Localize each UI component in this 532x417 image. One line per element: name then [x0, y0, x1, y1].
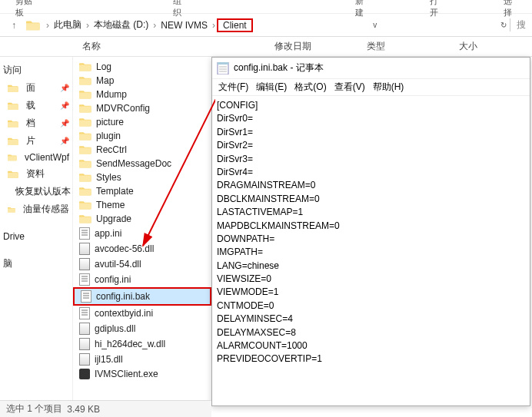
menu-item[interactable]: 编辑(E): [256, 81, 287, 94]
menu-item[interactable]: 格式(O): [294, 81, 326, 94]
refresh-icon[interactable]: ↻: [500, 21, 507, 29]
file-item[interactable]: Log: [73, 60, 211, 74]
nav-up-button[interactable]: ↑: [6, 18, 22, 33]
col-type[interactable]: 类型: [367, 40, 459, 53]
file-item[interactable]: config.ini: [73, 272, 211, 287]
file-item[interactable]: Map: [73, 74, 211, 88]
file-item[interactable]: ijl15.dll: [73, 352, 211, 367]
sidebar-item[interactable]: 资料: [0, 165, 72, 183]
file-name: picture: [96, 117, 124, 127]
notepad-titlebar[interactable]: config.ini.bak - 记事本: [212, 58, 530, 79]
folder-icon: [79, 61, 91, 72]
file-name: Theme: [96, 200, 125, 210]
file-item[interactable]: Upgrade: [73, 212, 211, 226]
file-name: hi_h264dec_w.dll: [95, 339, 165, 349]
text-line: [CONFIG]: [217, 99, 525, 112]
crumb-disk[interactable]: 本地磁盘 (D:): [91, 18, 151, 31]
sidebar-item[interactable]: 片📌: [0, 132, 72, 150]
text-line: IMGPATH=: [217, 246, 525, 259]
dll-file-icon: [79, 338, 90, 350]
file-item[interactable]: hi_h264dec_w.dll: [73, 336, 211, 352]
file-item[interactable]: avcodec-56.dll: [73, 241, 211, 256]
menu-item[interactable]: 文件(F): [218, 81, 248, 94]
file-item[interactable]: IVMSClient.exe: [73, 367, 211, 381]
sidebar-item[interactable]: 档📌: [0, 114, 72, 132]
pin-icon: 📌: [60, 101, 69, 110]
file-name: MDVRConfig: [96, 103, 150, 114]
exe-file-icon: [79, 369, 90, 379]
file-name: avcodec-56.dll: [95, 243, 154, 254]
text-line: LASTACTIVEMAP=1: [217, 206, 525, 219]
folder-icon: [26, 19, 40, 31]
file-item[interactable]: app.ini: [73, 226, 211, 241]
sidebar-drive[interactable]: Drive: [0, 229, 72, 244]
chevron-right-icon: ›: [45, 20, 51, 31]
ribbon-labels: 剪贴板 组织 新建 打开 选择: [0, 0, 532, 14]
sidebar-item[interactable]: vClientWpf: [0, 150, 72, 165]
folder-icon: [79, 213, 91, 224]
file-name: gdiplus.dll: [95, 323, 135, 334]
text-line: DirSvr0=: [217, 112, 525, 125]
ini-file-icon: [79, 227, 90, 240]
text-line: VIEWMODE=1: [217, 286, 525, 299]
file-item[interactable]: Styles: [73, 170, 211, 184]
file-item[interactable]: picture: [73, 115, 211, 129]
col-name[interactable]: 名称: [76, 40, 274, 53]
file-item[interactable]: plugin: [73, 129, 211, 143]
crumb-client[interactable]: Client: [217, 18, 253, 32]
sidebar-item[interactable]: 面📌: [0, 79, 72, 97]
text-line: DRAGMAINSTREAM=0: [217, 179, 525, 192]
file-item[interactable]: RecCtrl: [73, 143, 211, 157]
file-name: Mdump: [96, 89, 127, 100]
file-item[interactable]: Template: [73, 184, 211, 198]
text-line: DELAYMAXSEC=8: [217, 326, 525, 339]
search-input[interactable]: 搜: [510, 18, 526, 31]
folder-icon: [79, 144, 91, 155]
menu-item[interactable]: 查看(V): [334, 81, 365, 94]
file-item[interactable]: gdiplus.dll: [73, 321, 211, 336]
text-line: ALARMCOUNT=1000: [217, 339, 525, 352]
col-size[interactable]: 大小: [459, 40, 532, 53]
file-item[interactable]: Mdump: [73, 88, 211, 101]
pin-icon: 📌: [60, 84, 69, 92]
crumb-pc[interactable]: 此电脑: [51, 18, 85, 31]
pin-icon: 📌: [60, 137, 69, 145]
chevron-right-icon: ›: [211, 20, 217, 31]
file-item[interactable]: SendMessageDoc: [73, 157, 211, 170]
crumb-ivms[interactable]: NEW IVMS: [158, 20, 211, 31]
dropdown-icon[interactable]: v: [373, 21, 377, 29]
sidebar-item[interactable]: 访问: [0, 61, 72, 79]
folder-icon: [79, 158, 91, 169]
menu-item[interactable]: 帮助(H): [373, 81, 404, 94]
notepad-window[interactable]: config.ini.bak - 记事本 文件(F)编辑(E)格式(O)查看(V…: [211, 57, 530, 406]
text-line: DOWNPATH=: [217, 233, 525, 246]
dll-file-icon: [79, 323, 90, 335]
notepad-content[interactable]: [CONFIG]DirSvr0=DirSvr1=DirSvr2=DirSvr3=…: [212, 96, 530, 369]
ribbon-organize: 组织: [173, 0, 186, 18]
folder-icon: [79, 103, 91, 114]
file-item[interactable]: contextbyid.ini: [73, 306, 211, 321]
file-item[interactable]: Theme: [73, 198, 211, 212]
text-line: PREVIDEOCOVERTIP=1: [217, 352, 525, 366]
file-name: ijl15.dll: [95, 354, 123, 365]
ribbon-new: 新建: [355, 0, 368, 18]
columns-header: 名称 修改日期 类型 大小: [0, 37, 532, 57]
file-item[interactable]: MDVRConfig: [73, 101, 211, 115]
sidebar-item[interactable]: 油量传感器: [0, 200, 72, 218]
file-name: IVMSClient.exe: [95, 369, 158, 379]
folder-icon: [79, 89, 91, 100]
folder-icon: [79, 200, 91, 210]
ini-file-icon: [79, 273, 90, 286]
col-date[interactable]: 修改日期: [274, 40, 367, 53]
file-item[interactable]: config.ini.bak: [73, 287, 211, 306]
chevron-right-icon: ›: [151, 20, 158, 31]
folder-icon: [79, 75, 91, 86]
sidebar-item[interactable]: 恢复默认版本: [0, 183, 72, 200]
text-line: CNTMODE=0: [217, 300, 525, 313]
sidebar-item[interactable]: 载📌: [0, 97, 72, 114]
file-name: Template: [96, 186, 134, 197]
file-name: RecCtrl: [96, 144, 127, 155]
ribbon-select: 选择: [504, 0, 517, 18]
sidebar-pc[interactable]: 脑: [0, 255, 72, 273]
file-item[interactable]: avutil-54.dll: [73, 256, 211, 272]
